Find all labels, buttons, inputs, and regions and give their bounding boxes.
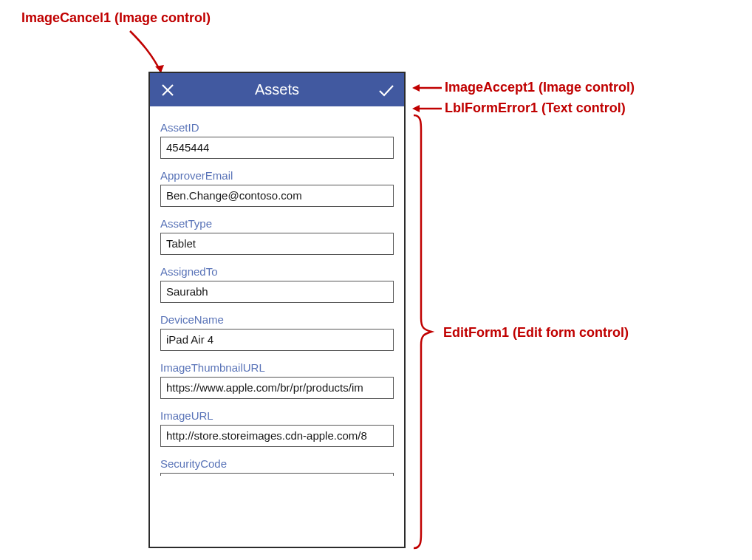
field-securitycode: SecurityCode: [160, 457, 394, 476]
arrow-error: [412, 103, 442, 114]
annotation-accept: ImageAccept1 (Image control): [445, 80, 635, 95]
devicename-input[interactable]: iPad Air 4: [160, 329, 394, 351]
annotation-error: LblFormError1 (Text control): [445, 100, 626, 116]
annotation-editform: EditForm1 (Edit form control): [443, 325, 629, 341]
field-assetid: AssetID 4545444: [160, 121, 394, 159]
imageurl-input[interactable]: http://store.storeimages.cdn-apple.com/8: [160, 425, 394, 447]
assignedto-input[interactable]: Saurabh: [160, 281, 394, 303]
field-label: AssetType: [160, 217, 394, 230]
check-icon: [377, 83, 395, 98]
field-label: AssetID: [160, 121, 394, 134]
brace-editform: [411, 115, 433, 548]
securitycode-input[interactable]: [160, 473, 394, 476]
field-label: ApproverEmail: [160, 169, 394, 182]
field-label: AssignedTo: [160, 265, 394, 278]
arrow-accept: [412, 83, 442, 93]
app-screen: Assets AssetID 4545444 ApproverEmail Ben…: [148, 72, 406, 548]
accept-button[interactable]: [376, 80, 397, 100]
field-approveremail: ApproverEmail Ben.Change@contoso.com: [160, 169, 394, 207]
screen-title: Assets: [255, 81, 299, 98]
cancel-button[interactable]: [157, 80, 178, 100]
field-imagethumbnailurl: ImageThumbnailURL https://www.apple.com/…: [160, 361, 394, 399]
field-label: ImageThumbnailURL: [160, 361, 394, 374]
svg-marker-4: [412, 105, 420, 112]
field-label: ImageURL: [160, 409, 394, 422]
annotation-cancel: ImageCancel1 (Image control): [21, 10, 211, 26]
field-assettype: AssetType Tablet: [160, 217, 394, 255]
field-label: SecurityCode: [160, 457, 394, 470]
approveremail-input[interactable]: Ben.Change@contoso.com: [160, 185, 394, 207]
field-label: DeviceName: [160, 313, 394, 326]
assettype-input[interactable]: Tablet: [160, 233, 394, 255]
title-bar: Assets: [150, 73, 404, 106]
close-icon: [160, 83, 175, 98]
imagethumbnailurl-input[interactable]: https://www.apple.com/br/pr/products/im: [160, 377, 394, 399]
edit-form: AssetID 4545444 ApproverEmail Ben.Change…: [150, 111, 404, 547]
field-assignedto: AssignedTo Saurabh: [160, 265, 394, 303]
svg-marker-2: [412, 84, 420, 92]
field-imageurl: ImageURL http://store.storeimages.cdn-ap…: [160, 409, 394, 447]
assetid-input[interactable]: 4545444: [160, 137, 394, 159]
field-devicename: DeviceName iPad Air 4: [160, 313, 394, 351]
